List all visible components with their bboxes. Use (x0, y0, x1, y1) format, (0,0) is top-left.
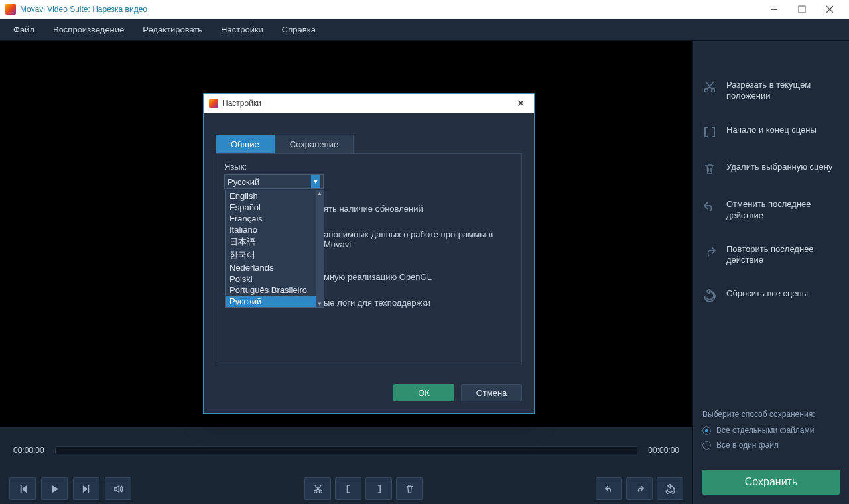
menu-playback[interactable]: Воспроизведение (44, 21, 133, 38)
undo-icon[interactable] (596, 477, 622, 500)
trash-icon[interactable] (396, 477, 423, 500)
bracket-start-icon[interactable] (335, 477, 361, 500)
tab-saving[interactable]: Сохранение (275, 135, 354, 153)
lang-option[interactable]: Português Brasileiro (226, 284, 324, 296)
menu-help[interactable]: Справка (273, 21, 325, 38)
lang-option[interactable]: Español (226, 202, 324, 213)
cut-icon[interactable] (304, 477, 331, 500)
sidebar-item-label: Сбросить все сцены (726, 288, 808, 300)
timeline-track[interactable] (55, 446, 638, 454)
lang-option[interactable]: Français (226, 213, 324, 224)
sidebar-item-reset[interactable]: Сбросить все сцены (693, 282, 849, 319)
cancel-button[interactable]: Отмена (461, 384, 522, 401)
menubar: Файл Воспроизведение Редактировать Настр… (0, 19, 849, 41)
window-minimize-button[interactable] (760, 0, 788, 19)
sidebar-item-label: Отменить последнее действие (726, 199, 840, 221)
lang-option[interactable]: 日本語 (226, 235, 324, 249)
scrollbar[interactable]: ▲▼ (316, 190, 324, 307)
language-label: Язык: (224, 162, 513, 172)
svg-rect-1 (799, 6, 805, 13)
redo-icon (702, 244, 717, 259)
save-options: Выберите способ сохранения: Все отдельны… (693, 402, 849, 463)
controls (0, 473, 692, 504)
chk-anonymous: анонимных данных о работе программы в Mo… (324, 229, 513, 249)
bracket-end-icon[interactable] (365, 477, 392, 500)
dialog-titlebar: Настройки ✕ (204, 94, 534, 113)
lang-option[interactable]: Italiano (226, 224, 324, 235)
dialog-tabs: Общие Сохранение (216, 135, 522, 153)
save-header: Выберите способ сохранения: (702, 410, 840, 419)
sidebar-item-brackets[interactable]: Начало и конец сцены (693, 118, 849, 155)
reset-icon (702, 288, 717, 303)
reset-icon[interactable] (657, 477, 683, 500)
language-dropdown[interactable]: Русский ▼ English Español Français Itali… (224, 174, 324, 189)
prev-button[interactable] (9, 477, 36, 500)
lang-option[interactable]: 한국어 (226, 249, 324, 262)
save-option-separate[interactable]: Все отдельными файлами (702, 426, 840, 435)
app-icon (5, 4, 16, 15)
sidebar-item-undo[interactable]: Отменить последнее действие (693, 192, 849, 237)
sidebar-item-delete[interactable]: Удалить выбранную сцену (693, 155, 849, 192)
titlebar-text: Movavi Video Suite: Нарезка видео (20, 5, 147, 14)
redo-icon[interactable] (626, 477, 653, 500)
dialog-close-button[interactable]: ✕ (513, 95, 529, 111)
next-button[interactable] (73, 477, 99, 500)
language-listbox: English Español Français Italiano 日本語 한국… (225, 190, 324, 308)
brackets-icon (702, 125, 717, 139)
radio-icon (702, 426, 711, 435)
menu-settings[interactable]: Настройки (212, 21, 273, 38)
chevron-down-icon: ▼ (311, 175, 320, 188)
titlebar: Movavi Video Suite: Нарезка видео (0, 0, 849, 19)
sidebar-item-cut[interactable]: Разрезать в текущем положении (693, 73, 849, 118)
lang-option[interactable]: English (226, 190, 324, 202)
sidebar-item-redo[interactable]: Повторить последнее действие (693, 237, 849, 283)
time-end: 00:00:00 (648, 446, 679, 455)
save-option-single[interactable]: Все в один файл (702, 440, 840, 450)
scissors-icon (702, 80, 717, 94)
dialog-title: Настройки (222, 99, 261, 108)
menu-edit[interactable]: Редактировать (133, 21, 212, 38)
tab-general[interactable]: Общие (216, 135, 275, 153)
radio-icon (702, 441, 711, 450)
chk-updates: ять наличие обновлений (324, 204, 513, 214)
menu-file[interactable]: Файл (4, 21, 44, 38)
trash-icon (702, 162, 717, 176)
lang-option[interactable]: Nederlands (226, 262, 324, 273)
app-icon (209, 99, 218, 108)
svg-rect-0 (771, 9, 777, 10)
language-selected: Русский (228, 177, 259, 187)
chk-logs: ые логи для техподдержки (324, 298, 513, 308)
undo-icon (702, 199, 717, 214)
lang-option[interactable]: Русский (226, 296, 324, 307)
sidebar-item-label: Удалить выбранную сцену (726, 162, 832, 173)
window-close-button[interactable] (816, 0, 844, 19)
sidebar-item-label: Начало и конец сцены (726, 125, 816, 136)
save-button[interactable]: Сохранить (702, 470, 840, 495)
ok-button[interactable]: ОК (393, 384, 454, 401)
sidebar-item-label: Повторить последнее действие (726, 244, 840, 267)
play-button[interactable] (41, 477, 68, 500)
window-maximize-button[interactable] (788, 0, 816, 19)
timeline: 00:00:00 00:00:00 (0, 427, 692, 473)
time-start: 00:00:00 (13, 446, 44, 455)
settings-dialog: Настройки ✕ Общие Сохранение Язык: Русск… (203, 93, 535, 414)
chk-opengl: мную реализацию OpenGL (324, 272, 513, 282)
volume-button[interactable] (105, 477, 131, 500)
sidebar-item-label: Разрезать в текущем положении (726, 80, 840, 102)
lang-option[interactable]: Polski (226, 273, 324, 284)
sidebar: Разрезать в текущем положении Начало и к… (692, 41, 849, 504)
